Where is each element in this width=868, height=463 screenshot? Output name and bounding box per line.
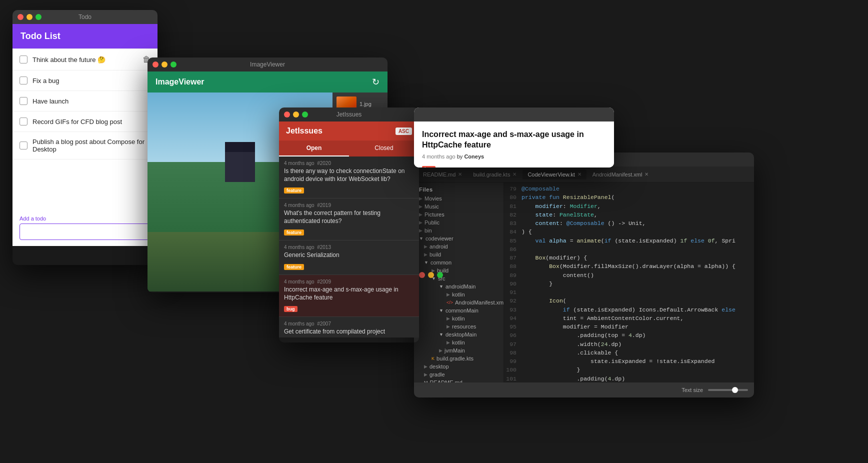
issue-2020-badge: feature bbox=[284, 188, 304, 194]
tree-bin[interactable]: ▶ bin bbox=[414, 226, 504, 234]
jetissues-header-title: JetIssues bbox=[286, 126, 322, 136]
tree-android[interactable]: ▶ android bbox=[414, 242, 504, 250]
tab-build-gradle-close[interactable]: ✕ bbox=[512, 172, 516, 177]
todo-add-input[interactable] bbox=[20, 224, 150, 240]
traffic-lights-iv bbox=[152, 62, 176, 68]
image-building bbox=[225, 142, 255, 182]
tab-codeviewer-close[interactable]: ✕ bbox=[578, 172, 582, 177]
tab-android-manifest-label: AndroidManifest.xml bbox=[592, 172, 642, 178]
issue-2007[interactable]: 4 months ago #2007 Get certificate from … bbox=[279, 317, 419, 338]
line-number-80: 80 bbox=[504, 193, 522, 202]
tree-gradle[interactable]: ▶ gradle bbox=[414, 370, 504, 378]
text-size-thumb[interactable] bbox=[732, 387, 738, 393]
traffic-lights-ji bbox=[284, 112, 308, 118]
issue-2019-meta: 4 months ago #2019 bbox=[284, 202, 414, 208]
tree-kotlin-android[interactable]: ▶ kotlin bbox=[414, 290, 504, 298]
todo-item-1: Think about the future 🤔 🗑 bbox=[12, 48, 158, 70]
line-number-86: 86 bbox=[504, 245, 522, 254]
line-number-97: 97 bbox=[504, 340, 522, 348]
tree-resources[interactable]: ▶ resources bbox=[414, 322, 504, 330]
line-number-92: 92 bbox=[504, 296, 522, 305]
tab-readme[interactable]: README.md ✕ bbox=[418, 170, 467, 180]
tab-open[interactable]: Open bbox=[279, 140, 349, 156]
code-content-89: content() bbox=[522, 271, 594, 280]
chevron-right-icon: ▶ bbox=[446, 340, 450, 345]
todo-checkbox-2[interactable] bbox=[20, 76, 28, 84]
code-area[interactable]: 79 @Composable 80 private fun ResizableP… bbox=[504, 182, 754, 382]
issue-2007-meta: 4 months ago #2007 bbox=[284, 321, 414, 326]
line-number-82: 82 bbox=[504, 210, 522, 219]
todo-item-4: Record GIFs for CFD blog post bbox=[12, 112, 158, 132]
tree-music[interactable]: ▶ Music bbox=[414, 202, 504, 210]
minimize-button-ji[interactable] bbox=[293, 112, 299, 118]
close-button-iv[interactable] bbox=[152, 62, 158, 68]
code-viewer-tab-bar: README.md ✕ build.gradle.kts ✕ CodeViewe… bbox=[414, 166, 754, 182]
issue-2013-meta: 4 months ago #2013 bbox=[284, 244, 414, 250]
tree-pictures[interactable]: ▶ Pictures bbox=[414, 210, 504, 218]
minimize-button-todo[interactable] bbox=[26, 14, 32, 20]
tree-build[interactable]: ▶ build bbox=[414, 250, 504, 258]
code-content-99: state.isExpanded = !state.isExpanded bbox=[522, 357, 714, 366]
tree-common[interactable]: ▼ common bbox=[414, 258, 504, 266]
chevron-right-icon: ▶ bbox=[419, 228, 422, 233]
tab-android-manifest-close[interactable]: ✕ bbox=[644, 172, 648, 177]
todo-checkbox-5[interactable] bbox=[20, 142, 28, 150]
jetissues-tabs: Open Closed bbox=[279, 140, 419, 156]
tab-build-gradle[interactable]: build.gradle.kts ✕ bbox=[468, 170, 522, 180]
close-button-todo[interactable] bbox=[18, 14, 24, 20]
todo-checkbox-3[interactable] bbox=[20, 97, 28, 105]
todo-window: Todo Todo List Think about the future 🤔 … bbox=[12, 10, 158, 265]
tree-movies[interactable]: ▶ Movies bbox=[414, 194, 504, 202]
tree-androidmain[interactable]: ▼ androidMain bbox=[414, 282, 504, 290]
code-line-98: 98 .clickable { bbox=[504, 348, 754, 357]
todo-checkbox-1[interactable] bbox=[20, 56, 28, 64]
tab-codeviewer[interactable]: CodeViewerView.kt ✕ bbox=[522, 170, 586, 180]
chevron-right-icon: ▶ bbox=[446, 324, 450, 329]
tree-androidmanifest[interactable]: </> AndroidManifest.xml bbox=[414, 298, 504, 306]
tree-build-gradle-kts[interactable]: K build.gradle.kts bbox=[414, 354, 504, 362]
todo-checkbox-4[interactable] bbox=[20, 118, 28, 126]
tab-closed[interactable]: Closed bbox=[349, 140, 419, 156]
tab-android-manifest[interactable]: AndroidManifest.xml ✕ bbox=[588, 170, 654, 180]
line-number-79: 79 bbox=[504, 184, 522, 193]
maximize-button-todo[interactable] bbox=[36, 14, 42, 20]
todo-item-3: Have launch bbox=[12, 91, 158, 112]
maximize-button-cv[interactable] bbox=[437, 272, 443, 278]
issue-detail-badge: bug bbox=[422, 166, 436, 168]
close-button-cv[interactable] bbox=[419, 272, 425, 278]
minimize-button-iv[interactable] bbox=[162, 62, 168, 68]
code-line-89: 89 content() bbox=[504, 271, 754, 280]
tree-commonmain[interactable]: ▼ commonMain bbox=[414, 306, 504, 314]
chevron-right-icon: ▶ bbox=[419, 212, 422, 217]
tree-kotlin-common[interactable]: ▶ kotlin bbox=[414, 314, 504, 322]
tree-kotlin-desktop[interactable]: ▶ kotlin bbox=[414, 338, 504, 346]
chevron-right-icon: ▶ bbox=[424, 364, 428, 369]
minimize-button-cv[interactable] bbox=[428, 272, 434, 278]
todo-text-2: Fix a bug bbox=[32, 77, 150, 84]
issue-2013[interactable]: 4 months ago #2013 Generic Serialization… bbox=[279, 240, 419, 275]
tree-desktop[interactable]: ▶ desktop bbox=[414, 362, 504, 370]
code-viewer-window: Code Viewer README.md ✕ build.gradle.kts… bbox=[414, 152, 754, 398]
tab-readme-close[interactable]: ✕ bbox=[458, 172, 462, 177]
tree-codeviewer[interactable]: ▼ codeviewer bbox=[414, 234, 504, 242]
todo-item-5: Publish a blog post about Compose for De… bbox=[12, 132, 158, 160]
issue-2009[interactable]: 4 months ago #2009 Incorrect max-age and… bbox=[279, 275, 419, 317]
todo-text-3: Have launch bbox=[32, 98, 150, 105]
issue-2013-badge: feature bbox=[284, 264, 304, 270]
maximize-button-iv[interactable] bbox=[170, 62, 176, 68]
tree-readme-md[interactable]: M README.md bbox=[414, 378, 504, 382]
close-button-ji[interactable] bbox=[284, 112, 290, 118]
issue-2020[interactable]: 4 months ago #2020 Is there any way to c… bbox=[279, 156, 419, 198]
todo-header: Todo List bbox=[12, 24, 158, 48]
code-viewer-sidebar: Files ▶ Movies ▶ Music ▶ Pictures ▶ Publ… bbox=[414, 182, 504, 382]
code-content-101: .padding(4.dp) bbox=[522, 374, 625, 383]
refresh-icon[interactable]: ↻ bbox=[372, 76, 380, 88]
maximize-button-ji[interactable] bbox=[302, 112, 308, 118]
tree-public[interactable]: ▶ Public bbox=[414, 218, 504, 226]
code-content-93: if (state.isExpanded) Icons.Default.Arro… bbox=[522, 306, 736, 314]
tree-jvmmain[interactable]: ▶ jvmMain bbox=[414, 346, 504, 354]
code-line-85: 85 val alpha = animate(if (state.isExpan… bbox=[504, 236, 754, 245]
tree-desktopmain[interactable]: ▼ desktopMain bbox=[414, 330, 504, 338]
text-size-slider[interactable] bbox=[708, 389, 748, 391]
issue-2019[interactable]: 4 months ago #2019 What's the correct pa… bbox=[279, 198, 419, 240]
